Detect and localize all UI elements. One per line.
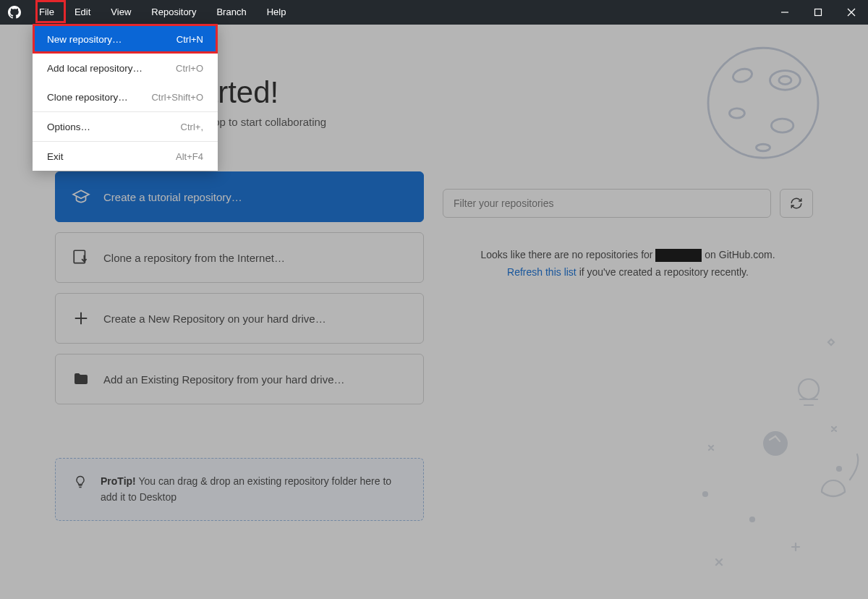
menu-item-options[interactable]: Options… Ctrl+, xyxy=(33,112,218,141)
svg-point-18 xyxy=(837,467,841,471)
protip-text: ProTip! You can drag & drop an existing … xyxy=(101,473,406,506)
refresh-icon xyxy=(790,197,803,210)
add-existing-repo-card[interactable]: Add an Existing Repository from your har… xyxy=(55,354,424,404)
window-minimize-button[interactable] xyxy=(768,0,801,25)
shortcut-label: Alt+F4 xyxy=(176,151,203,162)
svg-rect-1 xyxy=(815,9,822,16)
window-maximize-button[interactable] xyxy=(801,0,835,25)
create-tutorial-card[interactable]: Create a tutorial repository… xyxy=(55,171,424,222)
shortcut-label: Ctrl+Shift+O xyxy=(151,92,203,103)
create-new-repo-card[interactable]: Create a New Repository on your hard dri… xyxy=(55,293,424,344)
svg-point-16 xyxy=(750,517,754,522)
graduation-cap-icon xyxy=(72,187,90,206)
file-dropdown-menu: New repository… Ctrl+N Add local reposit… xyxy=(33,25,218,171)
empty-repositories-message: Looks like there are no repositories for… xyxy=(443,247,813,281)
plus-icon xyxy=(72,309,90,328)
protip-box: ProTip! You can drag & drop an existing … xyxy=(55,458,424,521)
card-label: Clone a repository from the Internet… xyxy=(103,252,285,264)
svg-point-14 xyxy=(799,379,819,399)
svg-point-12 xyxy=(771,119,793,132)
download-repo-icon xyxy=(72,248,90,267)
background-doodles xyxy=(680,324,868,599)
folder-icon xyxy=(72,370,90,388)
svg-point-9 xyxy=(770,71,801,90)
titlebar: File Edit View Repository Branch Help xyxy=(0,0,868,25)
menu-item-clone-repository[interactable]: Clone repository… Ctrl+Shift+O xyxy=(33,82,218,111)
shortcut-label: Ctrl+N xyxy=(176,34,203,45)
refresh-list-link[interactable]: Refresh this list xyxy=(507,266,576,278)
svg-point-15 xyxy=(763,431,788,456)
github-logo-icon xyxy=(0,6,29,19)
shortcut-label: Ctrl+O xyxy=(176,63,203,74)
svg-point-13 xyxy=(757,144,770,151)
menu-item-new-repository[interactable]: New repository… Ctrl+N xyxy=(33,25,218,54)
menu-help[interactable]: Help xyxy=(257,0,297,25)
planet-illustration xyxy=(694,38,832,175)
svg-point-7 xyxy=(708,48,818,158)
card-label: Create a New Repository on your hard dri… xyxy=(103,313,326,325)
card-label: Create a tutorial repository… xyxy=(103,191,242,203)
shortcut-label: Ctrl+, xyxy=(181,122,203,132)
menu-branch[interactable]: Branch xyxy=(206,0,256,25)
redacted-username xyxy=(655,249,702,262)
menu-view[interactable]: View xyxy=(101,0,141,25)
lightbulb-icon xyxy=(73,475,88,493)
menu-edit[interactable]: Edit xyxy=(64,0,101,25)
refresh-button[interactable] xyxy=(780,189,813,218)
window-close-button[interactable] xyxy=(835,0,868,25)
svg-point-11 xyxy=(729,109,744,118)
menu-file[interactable]: File xyxy=(29,0,64,25)
clone-repo-card[interactable]: Clone a repository from the Internet… xyxy=(55,232,424,283)
menu-item-exit[interactable]: Exit Alt+F4 xyxy=(33,142,218,171)
card-label: Add an Existing Repository from your har… xyxy=(103,373,344,386)
right-column: Looks like there are no repositories for… xyxy=(443,25,868,599)
svg-point-17 xyxy=(703,492,707,496)
filter-repositories-input[interactable] xyxy=(443,189,771,218)
menu-repository[interactable]: Repository xyxy=(141,0,206,25)
menu-item-add-local-repository[interactable]: Add local repository… Ctrl+O xyxy=(33,54,218,82)
svg-point-8 xyxy=(731,67,753,84)
svg-point-10 xyxy=(779,76,791,84)
